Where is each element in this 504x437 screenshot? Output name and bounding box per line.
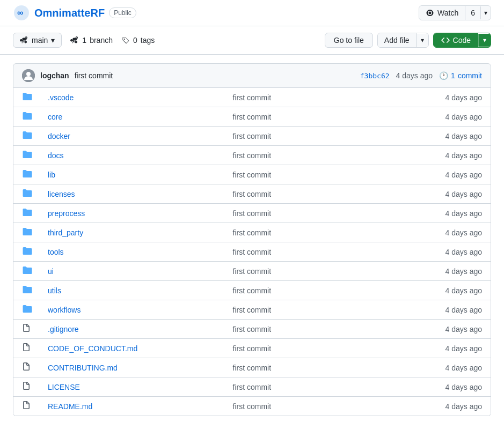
code-dropdown-button[interactable]: ▾ [478, 34, 491, 47]
history-icon: 🕐 [439, 71, 448, 80]
file-commit-message: first commit [233, 267, 414, 276]
file-time: 4 days ago [418, 402, 482, 411]
folder-icon [22, 150, 43, 160]
file-name-link[interactable]: preprocess [48, 209, 85, 218]
file-name-link[interactable]: lib [48, 171, 55, 179]
file-name-link[interactable]: ui [48, 267, 54, 276]
commit-bar-left: logchan first commit [22, 69, 113, 82]
table-row: docsfirst commit4 days ago [13, 145, 491, 165]
watch-button[interactable]: Watch [419, 6, 465, 20]
table-row: libfirst commit4 days ago [13, 165, 491, 184]
tags-info[interactable]: 0 tags [121, 36, 155, 45]
add-file-button[interactable]: Add file [378, 33, 417, 47]
commit-bar-right: f3bbc62 4 days ago 🕐 1 commit [360, 71, 482, 80]
file-commit-message: first commit [233, 306, 414, 314]
file-time: 4 days ago [418, 151, 482, 160]
file-name-link[interactable]: tools [48, 248, 64, 256]
file-name-link[interactable]: docs [48, 151, 64, 160]
file-icon [22, 362, 43, 373]
file-name-link[interactable]: .gitignore [48, 325, 79, 334]
file-time: 4 days ago [418, 325, 482, 334]
toolbar: main ▾ 1 branch 0 tags Go to file Add fi… [0, 26, 504, 55]
file-commit-message: first commit [233, 383, 414, 391]
file-name-link[interactable]: third_party [48, 228, 83, 237]
watch-dropdown-button[interactable]: ▾ [480, 6, 491, 19]
table-row: utilsfirst commit4 days ago [13, 280, 491, 300]
table-row: CONTRIBUTING.mdfirst commit4 days ago [13, 358, 491, 377]
branch-selector-button[interactable]: main ▾ [13, 33, 62, 48]
commit-time: 4 days ago [396, 71, 433, 80]
add-file-dropdown-button[interactable]: ▾ [417, 34, 428, 47]
file-name-link[interactable]: .vscode [48, 93, 74, 102]
file-name-link[interactable]: workflows [48, 306, 81, 314]
folder-icon [22, 247, 43, 257]
file-name-link[interactable]: CODE_OF_CONDUCT.md [48, 344, 137, 353]
file-name-link[interactable]: CONTRIBUTING.md [48, 364, 118, 372]
branches-label: branch [90, 36, 113, 45]
repo-name-link[interactable]: OmnimatteRF [34, 7, 105, 19]
file-commit-message: first commit [233, 228, 414, 237]
commit-bar: logchan first commit f3bbc62 4 days ago … [13, 63, 491, 88]
watch-label: Watch [437, 9, 458, 17]
file-icon [22, 382, 43, 392]
visibility-badge: Public [109, 8, 136, 18]
file-time: 4 days ago [418, 228, 482, 237]
file-time: 4 days ago [418, 113, 482, 121]
table-row: LICENSEfirst commit4 days ago [13, 377, 491, 396]
file-name-link[interactable]: docker [48, 132, 70, 140]
avatar [22, 69, 35, 82]
file-icon [22, 343, 43, 353]
commit-hash[interactable]: f3bbc62 [360, 72, 390, 80]
file-icon [22, 401, 43, 411]
file-commit-message: first commit [233, 402, 414, 411]
folder-icon [22, 92, 43, 102]
file-icon [22, 324, 43, 334]
file-time: 4 days ago [418, 93, 482, 102]
file-name-link[interactable]: README.md [48, 402, 92, 411]
table-row: workflowsfirst commit4 days ago [13, 300, 491, 319]
watch-button-group: Watch 6 ▾ [419, 5, 491, 20]
file-commit-message: first commit [233, 113, 414, 121]
table-row: uifirst commit4 days ago [13, 261, 491, 280]
add-file-button-group: Add file ▾ [377, 33, 429, 48]
repo-title: ∞ OmnimatteRF Public [13, 4, 136, 21]
file-time: 4 days ago [418, 383, 482, 391]
commits-label: commit [458, 71, 482, 80]
file-name-link[interactable]: licenses [48, 190, 75, 198]
watch-count[interactable]: 6 [465, 6, 480, 20]
toolbar-left: main ▾ 1 branch 0 tags [13, 33, 155, 48]
branches-count: 1 [82, 36, 86, 45]
branches-info[interactable]: 1 branch [70, 36, 113, 45]
commits-count: 1 [451, 71, 455, 80]
table-row: dockerfirst commit4 days ago [13, 126, 491, 145]
commit-author[interactable]: logchan [40, 71, 69, 80]
file-name-link[interactable]: core [48, 113, 62, 121]
commit-message: first commit [75, 71, 113, 80]
table-row: third_partyfirst commit4 days ago [13, 223, 491, 242]
repo-content: logchan first commit f3bbc62 4 days ago … [0, 63, 504, 416]
branches-icon [70, 36, 79, 45]
file-commit-message: first commit [233, 286, 414, 295]
table-row: toolsfirst commit4 days ago [13, 242, 491, 261]
commits-link[interactable]: 🕐 1 commit [439, 71, 482, 80]
code-icon [441, 36, 450, 45]
file-time: 4 days ago [418, 344, 482, 353]
goto-file-button[interactable]: Go to file [325, 33, 373, 48]
file-table: .vscodefirst commit4 days ago corefirst … [13, 88, 491, 416]
file-time: 4 days ago [418, 364, 482, 372]
github-logo-icon: ∞ [13, 4, 30, 21]
file-time: 4 days ago [418, 267, 482, 276]
code-button[interactable]: ◁▷ Code Code [434, 33, 478, 47]
svg-point-3 [26, 72, 31, 76]
tag-icon [121, 36, 130, 45]
top-bar: ∞ OmnimatteRF Public Watch 6 ▾ [0, 0, 504, 26]
file-name-link[interactable]: utils [48, 286, 61, 295]
file-commit-message: first commit [233, 132, 414, 140]
file-commit-message: first commit [233, 93, 414, 102]
table-row: corefirst commit4 days ago [13, 107, 491, 126]
file-name-link[interactable]: LICENSE [48, 383, 80, 391]
file-time: 4 days ago [418, 190, 482, 198]
file-commit-message: first commit [233, 344, 414, 353]
folder-icon [22, 112, 43, 122]
file-commit-message: first commit [233, 325, 414, 334]
